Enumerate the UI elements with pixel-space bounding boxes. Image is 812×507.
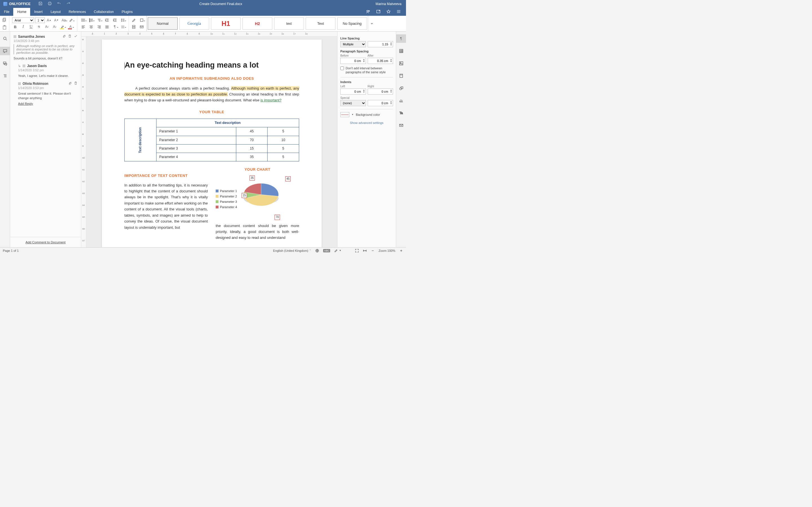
line-spacing-type[interactable]: Multiple <box>340 41 366 47</box>
table-tab-icon[interactable] <box>396 47 406 55</box>
data-table[interactable]: Text description Text description Parame… <box>124 119 299 161</box>
special-indent-value[interactable] <box>368 100 393 106</box>
nonprinting-button[interactable]: ¶ <box>112 24 118 30</box>
mail-tab-icon[interactable] <box>396 121 406 129</box>
image-tab-icon[interactable] <box>396 59 406 68</box>
advanced-settings-link[interactable]: Show advanced settings <box>340 121 393 124</box>
shape-tab-icon[interactable] <box>396 84 406 93</box>
search-icon[interactable] <box>0 34 10 43</box>
insert-shape-button[interactable] <box>139 17 145 23</box>
language-selector[interactable]: English (United Kingdom)⌃ <box>273 249 312 252</box>
header-tab-icon[interactable] <box>396 71 406 80</box>
underline-button[interactable]: U <box>28 24 34 30</box>
indent-left[interactable] <box>340 89 366 95</box>
spacing-before[interactable] <box>340 58 366 64</box>
align-right-button[interactable] <box>96 24 102 30</box>
indent-right[interactable] <box>368 89 393 95</box>
align-center-button[interactable] <box>88 24 94 30</box>
font-color-button[interactable]: A <box>67 24 73 30</box>
style-georgia[interactable]: Georgia <box>179 17 209 30</box>
redo-icon[interactable] <box>66 1 70 6</box>
subscript-button[interactable]: A2 <box>52 24 58 30</box>
table-heading[interactable]: YOUR TABLE <box>124 109 299 115</box>
menu-home[interactable]: Home <box>13 8 30 16</box>
settings-icon[interactable] <box>396 9 401 15</box>
spacing-after[interactable] <box>368 58 393 64</box>
paragraph[interactable]: the document content should be given mor… <box>216 223 299 241</box>
page[interactable]: An eye-catching heading means a lot AN I… <box>102 40 322 247</box>
background-color-swatch[interactable] <box>340 112 349 117</box>
chat-icon[interactable] <box>0 59 10 68</box>
globe-icon[interactable] <box>315 249 319 252</box>
style-normal[interactable]: Normal <box>148 17 177 30</box>
zoom-level[interactable]: Zoom 100% <box>378 249 395 252</box>
spellcheck-icon[interactable]: ABC <box>323 249 330 252</box>
add-comment-button[interactable]: Add Comment to Document <box>26 240 66 244</box>
subheading[interactable]: AN INFORMATIVE SUBHEADING ALSO DOES <box>124 76 299 82</box>
user-name[interactable]: Marina Matveeva <box>371 2 406 6</box>
font-name-select[interactable]: Arial <box>12 17 34 23</box>
link[interactable]: is important? <box>260 98 282 102</box>
menu-file[interactable]: File <box>0 8 13 16</box>
paragraph-tab-icon[interactable]: ¶ <box>396 34 406 43</box>
decrease-font-icon[interactable]: A▼ <box>53 17 59 23</box>
paragraph[interactable]: In addition to all the formatting tips, … <box>124 182 208 231</box>
highlight-color-button[interactable] <box>59 24 66 30</box>
attach-icon[interactable] <box>62 34 66 39</box>
menu-layout[interactable]: Layout <box>47 8 64 16</box>
bullets-button[interactable] <box>80 17 86 23</box>
style-nospacing[interactable]: No Spacing <box>337 17 367 30</box>
fit-page-icon[interactable] <box>355 249 359 252</box>
style-h1[interactable]: H1 <box>211 17 241 30</box>
textart-tab-icon[interactable]: Ta <box>396 109 406 117</box>
undo-icon[interactable] <box>57 1 61 6</box>
menu-insert[interactable]: Insert <box>30 8 47 16</box>
clear-style-button[interactable] <box>131 17 137 23</box>
trash-icon[interactable] <box>74 81 78 86</box>
shading-button[interactable] <box>119 24 126 30</box>
chart-tab-icon[interactable] <box>396 96 406 105</box>
fit-width-icon[interactable] <box>363 249 367 252</box>
italic-button[interactable]: I <box>20 24 26 30</box>
chart[interactable]: YOUR CHART Parameter 1 Parameter 2 Param… <box>216 166 299 241</box>
style-more-button[interactable] <box>368 16 375 31</box>
heading-1[interactable]: An eye-catching heading means a lot <box>124 59 299 71</box>
special-indent[interactable]: (none) <box>340 100 366 106</box>
print-icon[interactable] <box>48 1 52 6</box>
vertical-ruler[interactable]: 01234567891011121314151617 <box>81 37 86 247</box>
attach-icon[interactable] <box>68 81 71 86</box>
no-interval-checkbox[interactable]: Don't add interval between paragraphs of… <box>340 66 393 74</box>
page-break-button[interactable] <box>131 24 137 30</box>
navigation-icon[interactable] <box>0 71 10 80</box>
add-reply-button[interactable]: Add Reply <box>18 102 33 105</box>
multilevel-button[interactable] <box>96 17 102 23</box>
strike-button[interactable]: S <box>36 24 42 30</box>
zoom-in-icon[interactable] <box>399 249 403 252</box>
horizontal-ruler[interactable]: 0123456789101112131415161718 <box>81 32 337 37</box>
style-text2[interactable]: Text <box>306 17 336 30</box>
line-spacing-value[interactable] <box>368 41 393 47</box>
decrease-indent-button[interactable] <box>104 17 110 23</box>
comments-icon[interactable] <box>0 47 10 55</box>
increase-font-icon[interactable]: A▲ <box>46 17 52 23</box>
change-case-icon[interactable]: Aa <box>61 17 67 23</box>
increase-indent-button[interactable] <box>112 17 118 23</box>
track-changes-icon[interactable]: ▼ <box>334 249 342 252</box>
font-size-select[interactable]: 20 <box>35 17 45 23</box>
align-justify-button[interactable] <box>104 24 110 30</box>
zoom-out-icon[interactable] <box>371 249 375 252</box>
resolve-icon[interactable] <box>74 34 78 39</box>
superscript-button[interactable]: A2 <box>44 24 50 30</box>
align-left-button[interactable] <box>80 24 86 30</box>
menu-collaboration[interactable]: Collaboration <box>90 8 118 16</box>
page-indicator[interactable]: Page 1 of 1 <box>3 249 18 252</box>
bold-button[interactable]: B <box>12 24 18 30</box>
highlight-dropdown-icon[interactable] <box>68 17 74 23</box>
share-icon[interactable] <box>366 9 370 15</box>
trash-icon[interactable] <box>68 34 71 39</box>
menu-plugins[interactable]: Plugins <box>118 8 137 16</box>
style-h2[interactable]: H2 <box>243 17 272 30</box>
mailmerge-button[interactable] <box>139 24 145 30</box>
menu-references[interactable]: References <box>64 8 90 16</box>
numbering-button[interactable]: 123 <box>88 17 94 23</box>
